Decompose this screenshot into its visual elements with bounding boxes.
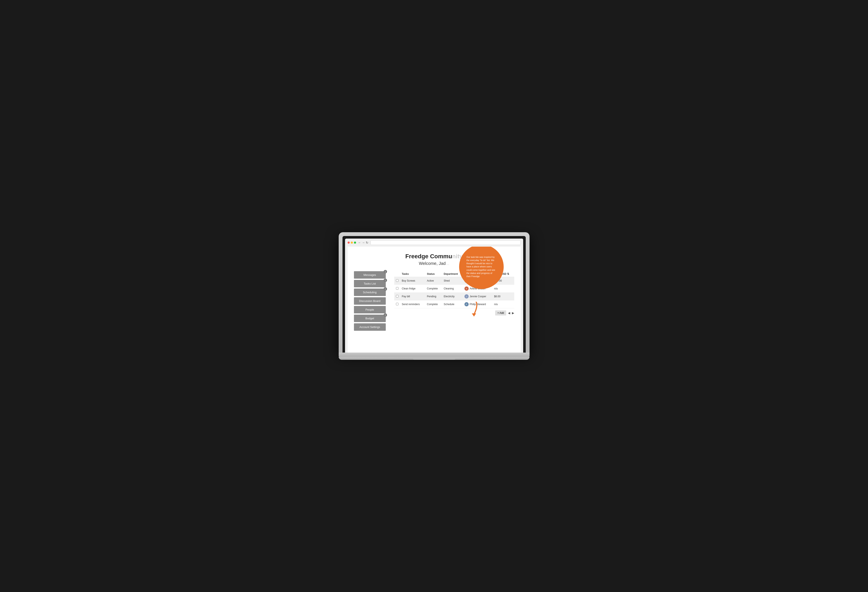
svg-marker-0 <box>472 314 476 317</box>
row-status-0: Active <box>425 277 442 285</box>
prev-page-button[interactable]: ◀ <box>508 311 510 315</box>
traffic-lights <box>348 242 356 244</box>
th-checkbox <box>394 271 400 277</box>
row-status-2: Pending <box>425 293 442 300</box>
row-task-2: Pay bill <box>400 293 425 300</box>
forward-button[interactable]: → <box>362 241 365 244</box>
row-price-2: $8.00 <box>492 293 514 300</box>
checkbox-input-1[interactable] <box>396 287 399 290</box>
row-task-3: Send reminders <box>400 300 425 308</box>
table-row: Send remindersCompleteSchedulePPhilip St… <box>394 300 514 308</box>
laptop-wrapper: ← → ↻ Our task lisk was inspired by the … <box>339 232 530 360</box>
checkbox-input-2[interactable] <box>396 295 399 297</box>
laptop-base <box>339 357 530 360</box>
table-footer: + Add ◀ ▶ <box>394 311 514 315</box>
avatar-2: J <box>464 294 469 299</box>
row-department-2: Electricity <box>442 293 462 300</box>
badge-tasks-list: 1 <box>384 278 387 282</box>
row-task-1: Clean fridge <box>400 285 425 293</box>
badge-messages: 1 <box>384 270 387 273</box>
row-price-3: n/a <box>492 300 514 308</box>
minimize-button[interactable] <box>351 242 353 244</box>
close-button[interactable] <box>348 242 350 244</box>
laptop-bottom <box>339 353 530 357</box>
sidebar-item-account-settings[interactable]: Account Settings <box>354 323 386 331</box>
badge-scheduling: 1 <box>384 287 387 291</box>
refresh-button[interactable]: ↻ <box>366 241 368 244</box>
table-row: Pay billPendingElectricityJJennie Cooper… <box>394 293 514 300</box>
checkbox-input-3[interactable] <box>396 303 399 305</box>
sidebar: Messages1Tasks List1Scheduling1Discussio… <box>354 269 386 331</box>
avatar-3: P <box>464 302 469 306</box>
address-bar[interactable] <box>371 240 521 245</box>
sidebar-item-messages[interactable]: Messages1 <box>354 271 386 278</box>
browser-chrome: ← → ↻ Our task lisk was inspired by the … <box>345 239 523 353</box>
checkbox-input-0[interactable] <box>396 279 399 282</box>
row-checkbox-0[interactable] <box>394 277 400 285</box>
tooltip-arrow <box>472 302 484 317</box>
th-tasks: Tasks <box>400 271 425 277</box>
sidebar-item-tasks-list[interactable]: Tasks List1 <box>354 280 386 287</box>
tooltip-text: Our task lisk was inspired by the everyd… <box>466 256 496 278</box>
browser-top-bar: ← → ↻ <box>348 240 521 247</box>
th-status: Status <box>425 271 442 277</box>
row-status-1: Complete <box>425 285 442 293</box>
row-checkbox-2[interactable] <box>394 293 400 300</box>
row-contact-2: JJennie Cooper <box>463 293 492 300</box>
browser-nav-buttons: ← → ↻ <box>358 241 368 244</box>
sidebar-item-budget[interactable]: Budget1 <box>354 315 386 322</box>
contact-name-2: Jennie Cooper <box>470 295 486 298</box>
browser-content: Our task lisk was inspired by the everyd… <box>348 247 521 353</box>
row-task-0: Buy Screws <box>400 277 425 285</box>
badge-budget: 1 <box>384 314 387 317</box>
laptop-screen: ← → ↻ Our task lisk was inspired by the … <box>339 232 530 353</box>
screen-bezel: ← → ↻ Our task lisk was inspired by the … <box>342 236 526 353</box>
sidebar-item-people[interactable]: People <box>354 306 386 314</box>
row-checkbox-3[interactable] <box>394 300 400 308</box>
row-checkbox-1[interactable] <box>394 285 400 293</box>
add-button[interactable]: + Add <box>495 311 506 315</box>
sidebar-item-discussion-board[interactable]: Discussion Board <box>354 297 386 305</box>
maximize-button[interactable] <box>354 242 356 244</box>
back-button[interactable]: ← <box>358 241 361 244</box>
next-page-button[interactable]: ▶ <box>512 311 514 315</box>
sidebar-item-scheduling[interactable]: Scheduling1 <box>354 289 386 296</box>
row-status-3: Complete <box>425 300 442 308</box>
row-department-3: Schedule <box>442 300 462 308</box>
